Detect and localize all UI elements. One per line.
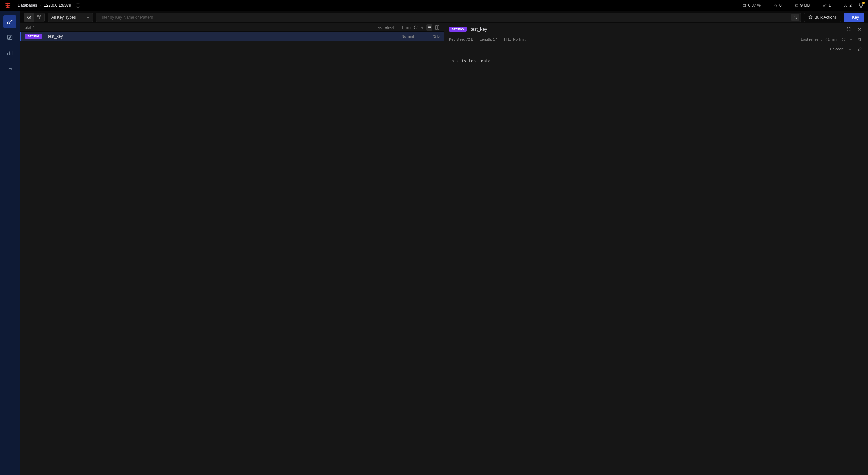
memory-icon [794,3,799,8]
tips-icon[interactable] [858,2,864,8]
key-row[interactable]: STRING test_key No limit 72 B [20,32,444,41]
bulk-actions-button[interactable]: Bulk Actions [804,13,841,22]
svg-rect-12 [40,18,41,19]
trash-icon [857,37,862,42]
stat-sep [788,3,788,8]
signal-icon [7,65,13,72]
svg-point-13 [794,16,796,18]
stat-connections-value: 2 [849,3,852,8]
main-area: Total: 1 Last refresh: 1 min STRING test… [20,23,868,475]
commands-icon [773,3,778,8]
toolbar: All Key Types Bulk Actions + Key [20,11,868,23]
chevron-down-icon [848,47,852,51]
encoding-label: Unicode [830,47,844,51]
length-meta: Length: 17 [479,37,497,41]
encoding-select[interactable]: Unicode [830,47,852,51]
stat-sep [816,3,816,8]
tree-icon [37,15,42,20]
header-stats: 0.87 % 0 9 MB 1 2 [742,2,864,8]
breadcrumb-root[interactable]: Databases [18,3,37,8]
chevron-down-icon[interactable] [850,38,853,41]
refresh-scan-button[interactable] [24,13,34,22]
list-icon [427,25,431,30]
sidebar-item-analysis[interactable] [3,46,16,59]
refresh-button[interactable] [839,36,847,43]
svg-rect-17 [436,26,437,29]
key-ttl: No limit [401,34,414,38]
key-type-filter-label: All Key Types [51,15,76,20]
chevron-down-icon [86,16,89,19]
stat-cpu-value: 0.87 % [748,3,761,8]
search-container [96,13,801,22]
notification-dot [862,2,865,4]
key-icon [7,19,13,25]
list-view-button[interactable] [426,24,432,31]
sidebar-item-workbench[interactable] [3,31,16,44]
add-key-label: + Key [849,15,859,20]
tree-view-button[interactable] [34,13,44,22]
search-button[interactable] [791,14,799,21]
fullscreen-button[interactable] [845,25,852,33]
type-badge: STRING [449,27,467,32]
add-key-button[interactable]: + Key [844,13,864,22]
breadcrumb-current: 127.0.0.1:6379 [44,3,71,8]
edit-value-button[interactable] [856,45,863,53]
svg-point-9 [29,17,30,18]
stat-connections: 2 [843,3,852,8]
edit-icon [7,34,13,40]
info-icon[interactable]: i [76,3,80,8]
stat-commands-value: 0 [779,3,782,8]
resize-handle[interactable]: ⋮ [442,245,445,253]
stat-keys: 1 [823,3,831,8]
search-input[interactable] [99,15,791,20]
expand-icon [846,27,851,32]
detail-key-name: test_key [471,26,487,32]
value-area: this is test data [444,54,868,475]
columns-button[interactable] [434,24,440,31]
close-button[interactable] [856,25,863,33]
last-refresh-value: 1 min [401,25,411,30]
redis-logo [4,2,12,9]
search-icon [793,15,797,19]
layers-icon [808,15,813,19]
svg-rect-16 [428,28,431,29]
stat-keys-value: 1 [829,3,831,8]
refresh-icon [841,37,846,42]
target-icon [27,15,32,20]
encoding-bar: Unicode [444,44,868,54]
pencil-icon [857,47,862,51]
delete-button[interactable] [856,36,863,43]
key-type-filter[interactable]: All Key Types [48,13,93,22]
type-badge: STRING [25,34,42,39]
stat-commands: 0 [773,3,782,8]
bulk-actions-label: Bulk Actions [815,15,837,20]
stat-memory: 9 MB [794,3,810,8]
total-count: 1 [33,25,35,30]
sidebar-item-browser[interactable] [3,15,16,28]
cpu-icon [742,3,747,8]
detail-header: STRING test_key [444,23,868,35]
sidebar-item-pubsub[interactable] [3,62,16,75]
svg-point-7 [10,68,11,69]
keys-panel: Total: 1 Last refresh: 1 min STRING test… [20,23,444,475]
key-size-meta: Key Size: 72 B [449,37,473,41]
top-header: Databases › 127.0.0.1:6379 i 0.87 % 0 9 … [0,0,868,11]
ttl-meta: TTL: No limit [503,37,525,41]
svg-rect-10 [38,15,39,17]
svg-rect-0 [743,4,746,7]
stat-memory-value: 9 MB [800,3,810,8]
keys-panel-header: Total: 1 Last refresh: 1 min [20,23,444,32]
stat-sep [837,3,837,8]
chevron-down-icon[interactable] [421,26,424,29]
columns-icon [435,25,439,30]
detail-meta: Key Size: 72 B Length: 17 TTL: No limit … [444,35,868,44]
breadcrumb: Databases › 127.0.0.1:6379 i [18,3,80,8]
refresh-button[interactable] [413,24,419,31]
chart-icon [7,50,13,56]
detail-refresh-label: Last refresh: [801,37,822,41]
sidebar [0,11,20,475]
svg-point-4 [845,4,846,5]
key-size: 72 B [419,34,440,38]
key-icon [823,3,827,8]
view-mode-group [24,13,45,22]
